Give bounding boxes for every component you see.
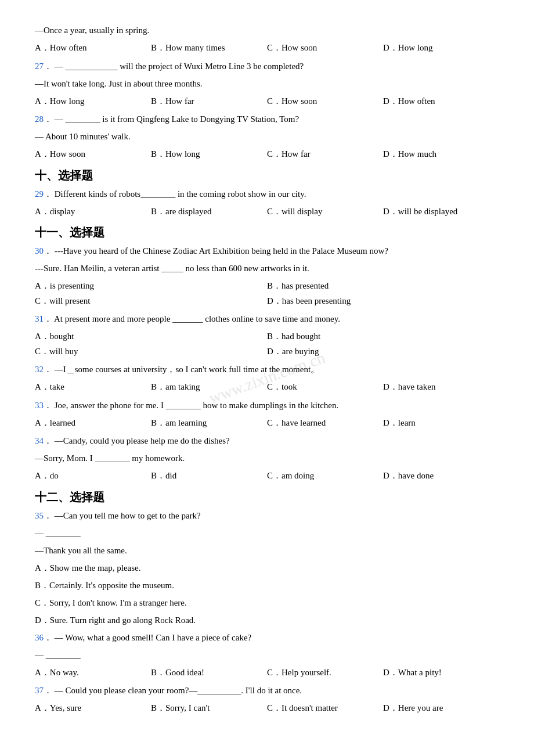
q34-number: 34 [35,436,44,445]
q29-number: 29 [35,189,44,199]
q36-option-a: A．No way. [35,665,151,681]
q31-options-row: A．bought B．had bought C．will buy D．are b… [35,329,499,359]
q29-option-d: D．will be displayed [383,204,499,219]
q36-number: 36 [35,633,44,642]
q33-number: 33 [35,401,44,410]
q32-options-row: A．take B．am taking C．took D．have taken [35,380,499,395]
q33-option-c: C．have learned [267,416,383,431]
q37-stem: 37． — Could you please clean your room?—… [35,683,499,697]
q35-option-a: A．Show me the map, please. [35,561,499,575]
q26-options-row: A．How often B．How many times C．How soon … [35,41,499,56]
q27-option-c: C．How soon [267,94,383,109]
q35-number: 35 [35,511,44,520]
q27-option-d: D．How often [383,94,499,109]
q28-stem: 28． — ________ is it from Qingfeng Lake … [35,112,499,126]
q37-stem-text: — Could you please clean your room?—____… [55,686,302,695]
q33-option-a: A．learned [35,416,151,431]
q30-options-row: A．is presenting B．has presented C．will p… [35,279,499,308]
q27-options-row: A．How long B．How far C．How soon D．How of… [35,94,499,109]
q26-option-d: D．How long [383,41,499,56]
q31-option-d: D．are buying [267,344,499,359]
q34-stem1-text: —Candy, could you please help me do the … [55,436,230,445]
q36-option-c: C．Help yourself. [267,665,383,681]
q36-stem1-text: — Wow, what a good smell! Can I have a p… [55,633,252,642]
q34-stem1: 34． —Candy, could you please help me do … [35,434,499,448]
q35-blank-line: — ________ [35,526,499,540]
q35-stem1-text: —Can you tell me how to get to the park? [55,511,201,520]
q32-option-c: C．took [267,380,383,395]
q28-options-row: A．How soon B．How long C．How far D．How mu… [35,147,499,162]
q30-stem2: ---Sure. Han Meilin, a veteran artist __… [35,261,499,275]
q36-stem1: 36． — Wow, what a good smell! Can I have… [35,631,499,645]
q29-option-a: A．display [35,204,151,219]
q31-option-b: B．had bought [267,329,499,344]
q30-stem1: 30． ---Have you heard of the Chinese Zod… [35,244,499,258]
q27-stem: 27． — ____________ will the project of W… [35,59,499,73]
q37-number: 37 [35,686,44,695]
q27-stem-text: — ____________ will the project of Wuxi … [55,62,304,71]
section10-title: 十、选择题 [35,168,499,183]
q32-number: 32 [35,365,44,374]
q35-option-d: D．Sure. Turn right and go along Rock Roa… [35,613,499,627]
q32-stem: 32． —I＿some courses at university，so I c… [35,362,499,376]
q36-option-b: B．Good idea! [151,665,267,681]
q34-option-d: D．have done [383,469,499,484]
q33-options-row: A．learned B．am learning C．have learned D… [35,416,499,431]
q28-option-c: C．How far [267,147,383,162]
q30-number: 30 [35,246,44,255]
q37-option-a: A．Yes, sure [35,701,151,716]
q33-option-b: B．am learning [151,416,267,431]
q31-option-c: C．will buy [35,344,267,359]
q27-dialog: —It won't take long. Just in about three… [35,77,499,91]
section11-title: 十一、选择题 [35,225,499,240]
q37-option-d: D．Here you are [383,701,499,716]
q28-number: 28 [35,114,44,124]
q28-dialog: — About 10 minutes' walk. [35,129,499,143]
q28-option-b: B．How long [151,147,267,162]
q30-option-a: A．is presenting [35,279,267,294]
q26-option-c: C．How soon [267,41,383,56]
q28-stem-text: — ________ is it from Qingfeng Lake to D… [55,114,299,124]
q27-option-a: A．How long [35,94,151,109]
q26-option-b: B．How many times [151,41,267,56]
q30-stem1-text: ---Have you heard of the Chinese Zodiac … [55,246,388,255]
intro-line: —Once a year, usually in spring. [35,23,499,37]
q36-options-row: A．No way. B．Good idea! C．Help yourself. … [35,665,499,681]
q33-stem-text: Joe, answer the phone for me. I ________… [55,401,339,410]
q29-stem-text: Different kinds of robots________ in the… [55,189,306,199]
q34-option-a: A．do [35,469,151,484]
q28-option-d: D．How much [383,147,499,162]
section12-title: 十二、选择题 [35,489,499,505]
q30-option-c: C．will present [35,294,267,309]
q29-option-c: C．will display [267,204,383,219]
q33-option-d: D．learn [383,416,499,431]
q29-options-row: A．display B．are displayed C．will display… [35,204,499,219]
q32-stem-text: —I＿some courses at university，so I can't… [55,365,319,374]
q34-options-row: A．do B．did C．am doing D．have done [35,469,499,484]
q32-option-d: D．have taken [383,380,499,395]
q29-option-b: B．are displayed [151,204,267,219]
q34-option-b: B．did [151,469,267,484]
q26-option-a: A．How often [35,41,151,56]
q37-options-row: A．Yes, sure B．Sorry, I can't C．It doesn'… [35,701,499,716]
q34-option-c: C．am doing [267,469,383,484]
q31-option-a: A．bought [35,329,267,344]
q37-option-b: B．Sorry, I can't [151,701,267,716]
q37-option-c: C．It doesn't matter [267,701,383,716]
q27-number: 27 [35,62,44,71]
q31-number: 31 [35,314,44,323]
q28-option-a: A．How soon [35,147,151,162]
q32-option-b: B．am taking [151,380,267,395]
q34-stem2: —Sorry, Mom. I ________ my homework. [35,451,499,465]
q32-option-a: A．take [35,380,151,395]
q33-stem: 33． Joe, answer the phone for me. I ____… [35,398,499,412]
q30-option-d: D．has been presenting [267,294,499,309]
q35-stem1: 35． —Can you tell me how to get to the p… [35,509,499,523]
q29-stem: 29． Different kinds of robots________ in… [35,187,499,201]
q36-blank-line: — ________ [35,648,499,662]
q35-option-b: B．Certainly. It's opposite the museum. [35,578,499,592]
q36-option-d: D．What a pity! [383,665,499,681]
q30-option-b: B．has presented [267,279,499,294]
q31-stem: 31． At present more and more people ____… [35,312,499,326]
q27-option-b: B．How far [151,94,267,109]
